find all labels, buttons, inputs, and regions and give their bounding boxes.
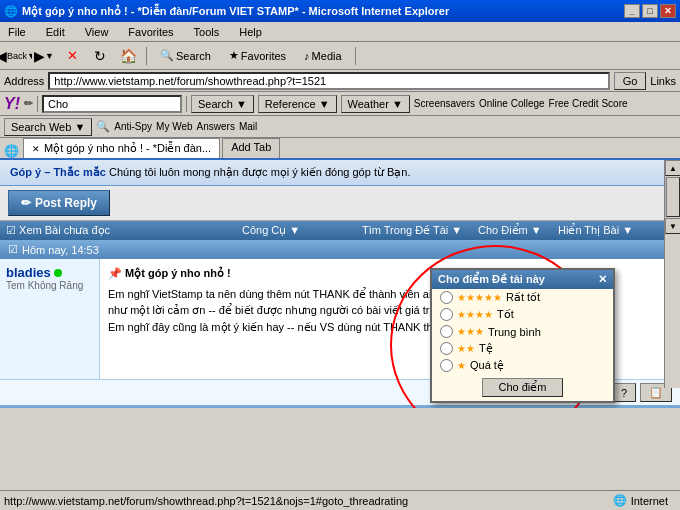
address-input[interactable]: [48, 72, 609, 90]
col-cho-diem[interactable]: Cho Điểm ▼: [478, 224, 558, 237]
anti-spy-link[interactable]: Anti-Spy: [114, 121, 152, 132]
scrollbar-down-button[interactable]: ▼: [665, 218, 680, 234]
active-tab-label: Một góp ý nho nhỏ ! - *Diễn đàn...: [44, 142, 211, 155]
yahoo-reference-label: Reference: [265, 98, 316, 110]
my-web-link[interactable]: My Web: [156, 121, 193, 132]
rating-stars-1: ★: [457, 360, 466, 371]
thread-column-headers: ☑ Xem Bài chưa đọc Công Cụ ▼ Tìm Trong Đ…: [0, 221, 680, 240]
search-toolbar-label: Search: [176, 50, 211, 62]
forward-arrow-icon: ▶: [34, 48, 45, 64]
forum-section-title: Góp ý – Thắc mắc: [10, 166, 106, 178]
post-1-title-text: Một góp ý nho nhỏ !: [125, 267, 231, 279]
submit-rating-label: Cho điểm: [499, 381, 547, 393]
search-web-label: Search Web: [11, 121, 71, 133]
rating-stars-5: ★★★★★: [457, 292, 502, 303]
rating-label-4: Tốt: [497, 308, 514, 321]
stop-icon: ✕: [67, 48, 78, 63]
scrollbar-up-button[interactable]: ▲: [665, 160, 680, 176]
col-cong-cu[interactable]: Công Cụ ▼: [242, 224, 362, 237]
col-xem-bai: ☑ Xem Bài chưa đọc: [6, 224, 126, 237]
rating-popup: Cho điểm Đề tài này ✕ ★★★★★ Rất tốt ★★★★…: [430, 268, 615, 403]
home-button[interactable]: 🏠: [116, 45, 140, 67]
maximize-button[interactable]: □: [642, 4, 658, 18]
status-url: http://www.vietstamp.net/forum/showthrea…: [4, 495, 613, 507]
search-toolbar-button[interactable]: 🔍 Search: [153, 45, 218, 67]
rating-option-4: ★★★★ Tốt: [432, 306, 613, 323]
menu-view[interactable]: View: [81, 24, 113, 40]
yahoo-reference-button[interactable]: Reference ▼: [258, 95, 337, 113]
checkbox-icon: ☑: [8, 243, 18, 256]
scrollbar-track: [665, 177, 680, 217]
post-reply-label: Post Reply: [35, 196, 97, 210]
active-tab[interactable]: ✕ Một góp ý nho nhỏ ! - *Diễn đàn...: [23, 138, 220, 158]
rating-label-2: Tệ: [479, 342, 493, 355]
forward-button[interactable]: ▶ ▼: [32, 45, 56, 67]
rating-stars-3: ★★★: [457, 326, 484, 337]
post-1-header: ☑ Hôm nay, 14:53: [0, 240, 680, 259]
rating-option-3: ★★★ Trung bình: [432, 323, 613, 340]
rating-radio-1[interactable]: [440, 359, 453, 372]
rating-radio-4[interactable]: [440, 308, 453, 321]
stop-button[interactable]: ✕: [60, 45, 84, 67]
yahoo-search-button[interactable]: Search ▼: [191, 95, 254, 113]
search-web-button[interactable]: Search Web ▼: [4, 118, 92, 136]
rating-radio-5[interactable]: [440, 291, 453, 304]
post-1-rank: Tem Không Răng: [6, 280, 93, 291]
close-button[interactable]: ✕: [660, 4, 676, 18]
refresh-button[interactable]: ↻: [88, 45, 112, 67]
ie-logo-icon: 🌐: [4, 5, 18, 18]
free-credit-link[interactable]: Free Credit Score: [549, 98, 628, 109]
rating-option-5: ★★★★★ Rất tốt: [432, 289, 613, 306]
post-reply-icon: ✏: [21, 196, 31, 210]
cong-cu-label: Công Cụ ▼: [242, 224, 300, 236]
yahoo-separator-1: [37, 96, 38, 112]
home-icon: 🏠: [120, 48, 137, 64]
col-tim-trong[interactable]: Tìm Trong Đề Tài ▼: [362, 224, 478, 237]
menu-edit[interactable]: Edit: [42, 24, 69, 40]
xem-bai-label: Xem Bài chưa đọc: [19, 224, 110, 236]
media-label: Media: [312, 50, 342, 62]
post-2-header: ☑ Hôm nay, 14:58 #2 🔖 ⚠ ❝ 📋: [0, 405, 680, 408]
yahoo-search-input[interactable]: [42, 95, 182, 113]
submit-rating-button[interactable]: Cho điểm: [482, 378, 564, 397]
search-toolbar-icon: 🔍: [160, 49, 174, 62]
col-hien-thi[interactable]: Hiển Thị Bài ▼: [558, 224, 674, 237]
main-toolbar: ◀ Back ▼ ▶ ▼ ✕ ↻ 🏠 🔍 Search ★ Favorites …: [0, 42, 680, 70]
menu-file[interactable]: File: [4, 24, 30, 40]
media-button[interactable]: ♪ Media: [297, 45, 348, 67]
tab-close-icon[interactable]: ✕: [32, 144, 40, 154]
menu-bar: File Edit View Favorites Tools Help: [0, 22, 680, 42]
scrollbar-thumb[interactable]: [666, 177, 680, 217]
rating-close-icon[interactable]: ✕: [598, 273, 607, 286]
media-icon: ♪: [304, 50, 310, 62]
back-button[interactable]: ◀ Back ▼: [4, 45, 28, 67]
refresh-icon: ↻: [94, 48, 106, 64]
mail-link[interactable]: Mail: [239, 121, 257, 132]
extra-button-1[interactable]: ?: [612, 383, 636, 402]
yahoo-logo: Y!: [4, 95, 20, 113]
back-label: Back: [7, 51, 27, 61]
favorites-button[interactable]: ★ Favorites: [222, 45, 293, 67]
zone-icon: 🌐: [613, 494, 627, 507]
go-button[interactable]: Go: [614, 72, 647, 90]
browser-content: Góp ý – Thắc mắc Chúng tôi luôn mong nhậ…: [0, 160, 680, 408]
links-button[interactable]: Links: [650, 75, 676, 87]
favorites-icon: ★: [229, 49, 239, 62]
online-college-link[interactable]: Online College: [479, 98, 545, 109]
menu-tools[interactable]: Tools: [190, 24, 224, 40]
minimize-button[interactable]: _: [624, 4, 640, 18]
yahoo-separator-2: [186, 96, 187, 112]
rating-radio-3[interactable]: [440, 325, 453, 338]
yahoo-toolbar-2: Search Web ▼ 🔍 Anti-Spy My Web Answers M…: [0, 116, 680, 138]
yahoo-weather-dropdown-icon: ▼: [392, 98, 403, 110]
post-reply-button[interactable]: ✏ Post Reply: [8, 190, 110, 216]
screensavers-link[interactable]: Screensavers: [414, 98, 475, 109]
answers-link[interactable]: Answers: [197, 121, 235, 132]
menu-favorites[interactable]: Favorites: [124, 24, 177, 40]
menu-help[interactable]: Help: [235, 24, 266, 40]
add-tab-button[interactable]: Add Tab: [222, 138, 280, 158]
rating-radio-2[interactable]: [440, 342, 453, 355]
yahoo-weather-button[interactable]: Weather ▼: [341, 95, 410, 113]
yahoo-weather-label: Weather: [348, 98, 389, 110]
post-1-username[interactable]: bladies: [6, 265, 51, 280]
